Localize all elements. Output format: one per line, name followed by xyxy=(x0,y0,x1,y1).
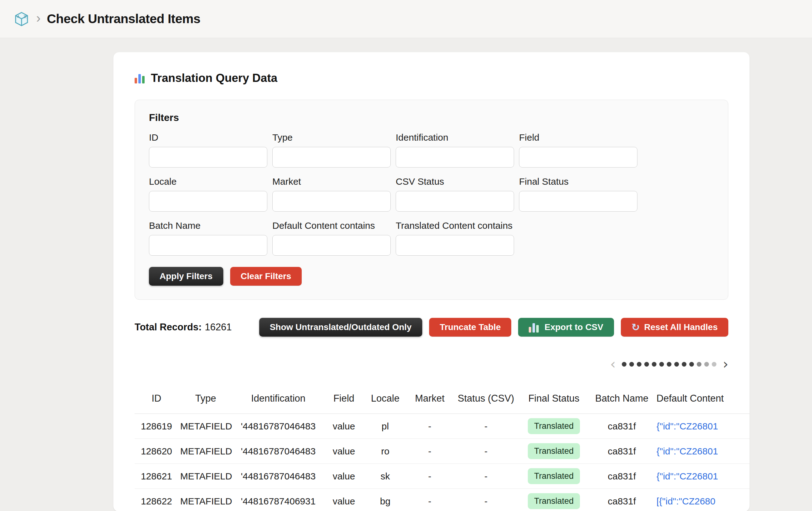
cell-market: - xyxy=(406,414,453,439)
filter-field-locale: Locale xyxy=(149,176,267,212)
status-badge: Translated xyxy=(528,418,580,434)
column-header-market: Market xyxy=(406,387,453,414)
pagination-dot-9[interactable] xyxy=(682,362,687,367)
filter-label-identification: Identification xyxy=(396,132,514,143)
column-header-final-status: Final Status xyxy=(519,387,589,414)
filter-label-default-content-contains: Default Content contains xyxy=(272,220,391,231)
cell-type: METAFIELD xyxy=(178,414,233,439)
page-title: Check Untranslated Items xyxy=(47,11,201,26)
filter-input-type[interactable] xyxy=(272,147,391,167)
cell-locale: sk xyxy=(364,464,406,489)
cell-type: METAFIELD xyxy=(178,489,233,511)
cell-field: value xyxy=(323,489,364,511)
action-buttons: Show Untranslated/Outdated Only Truncate… xyxy=(259,318,728,337)
pagination-dot-11[interactable] xyxy=(697,362,701,367)
total-records-label: Total Records: xyxy=(135,322,202,332)
export-csv-button[interactable]: Export to CSV xyxy=(518,318,614,337)
pagination-dot-10[interactable] xyxy=(689,362,694,367)
translation-query-card: Translation Query Data Filters IDTypeIde… xyxy=(113,52,750,511)
filter-input-id[interactable] xyxy=(149,147,267,167)
pagination-dot-8[interactable] xyxy=(674,362,679,367)
card-title: Translation Query Data xyxy=(135,72,750,85)
filter-field-id: ID xyxy=(149,132,267,167)
pagination-dot-1[interactable] xyxy=(622,362,627,367)
pagination-dot-7[interactable] xyxy=(667,362,671,367)
total-records: Total Records:16261 xyxy=(135,322,232,333)
truncate-table-label: Truncate Table xyxy=(440,322,501,332)
column-header-type: Type xyxy=(178,387,233,414)
cell-id: 128621 xyxy=(135,464,178,489)
pagination-prev-icon[interactable]: ‹ xyxy=(610,357,616,371)
filter-label-market: Market xyxy=(272,176,391,187)
status-badge: Translated xyxy=(528,493,580,509)
column-header-locale: Locale xyxy=(364,387,406,414)
cell-market: - xyxy=(406,489,453,511)
cell-batch-name: ca831f xyxy=(589,489,655,511)
export-csv-label: Export to CSV xyxy=(544,322,603,332)
table-row: 128622METAFIELD'44816787406931valuebg--T… xyxy=(135,489,750,511)
filters-heading: Filters xyxy=(149,112,714,124)
pagination-next-icon[interactable]: › xyxy=(723,357,728,371)
cell-batch-name: ca831f xyxy=(589,439,655,464)
pagination-dot-4[interactable] xyxy=(644,362,649,367)
default-content-link[interactable]: {"id":"CZ26801 xyxy=(657,421,718,431)
svg-text:文: 文 xyxy=(23,15,27,19)
filter-input-identification[interactable] xyxy=(396,147,514,167)
pagination-dot-13[interactable] xyxy=(712,362,717,367)
default-content-link[interactable]: {"id":"CZ26801 xyxy=(657,471,718,481)
filter-input-csv-status[interactable] xyxy=(396,191,514,212)
filter-label-field: Field xyxy=(519,132,637,143)
svg-text:A: A xyxy=(17,15,20,19)
table-row: 128620METAFIELD'44816787046483valuero--T… xyxy=(135,439,750,464)
filter-field-csv-status: CSV Status xyxy=(396,176,514,212)
cell-status-csv: - xyxy=(453,414,519,439)
summary-row: Total Records:16261 Show Untranslated/Ou… xyxy=(135,318,728,337)
cell-status-csv: - xyxy=(453,489,519,511)
filter-input-default-content-contains[interactable] xyxy=(272,235,391,255)
top-bar: A 文 › Check Untranslated Items xyxy=(0,0,812,38)
pagination-dot-2[interactable] xyxy=(629,362,634,367)
filter-field-type: Type xyxy=(272,132,391,167)
truncate-table-button[interactable]: Truncate Table xyxy=(429,318,512,337)
pagination-dot-12[interactable] xyxy=(704,362,709,367)
cell-field: value xyxy=(323,464,364,489)
default-content-link[interactable]: [{"id":"CZ2680 xyxy=(657,496,716,506)
cell-default-content: [{"id":"CZ2680 xyxy=(655,489,750,511)
app-logo-icon[interactable]: A 文 xyxy=(13,10,30,27)
clear-filters-button[interactable]: Clear Filters xyxy=(230,267,302,286)
filter-input-batch-name[interactable] xyxy=(149,235,267,255)
filters-buttons: Apply Filters Clear Filters xyxy=(149,267,714,286)
cell-id: 128620 xyxy=(135,439,178,464)
filter-input-market[interactable] xyxy=(272,191,391,212)
cell-locale: pl xyxy=(364,414,406,439)
pagination-dot-5[interactable] xyxy=(652,362,657,367)
filters-panel: Filters IDTypeIdentificationFieldLocaleM… xyxy=(135,100,728,300)
filter-label-final-status: Final Status xyxy=(519,176,637,187)
apply-filters-button[interactable]: Apply Filters xyxy=(149,267,223,286)
show-untranslated-button[interactable]: Show Untranslated/Outdated Only xyxy=(259,318,422,337)
pagination-dot-3[interactable] xyxy=(637,362,641,367)
filter-label-type: Type xyxy=(272,132,391,143)
cell-type: METAFIELD xyxy=(178,464,233,489)
default-content-link[interactable]: {"id":"CZ26801 xyxy=(657,446,718,456)
filter-input-field[interactable] xyxy=(519,147,637,167)
bar-chart-icon xyxy=(135,73,146,83)
cell-final-status: Translated xyxy=(519,464,589,489)
filter-field-final-status: Final Status xyxy=(519,176,637,212)
cell-locale: bg xyxy=(364,489,406,511)
column-header-status-csv: Status (CSV) xyxy=(453,387,519,414)
filter-input-locale[interactable] xyxy=(149,191,267,212)
filter-label-translated-content-contains: Translated Content contains xyxy=(396,220,514,231)
table-body: 128619METAFIELD'44816787046483valuepl--T… xyxy=(135,414,750,511)
export-chart-icon xyxy=(529,322,540,332)
table-head: IDTypeIdentificationFieldLocaleMarketSta… xyxy=(135,387,750,414)
main-content: Translation Query Data Filters IDTypeIde… xyxy=(0,52,812,511)
filter-input-final-status[interactable] xyxy=(519,191,637,212)
cell-status-csv: - xyxy=(453,439,519,464)
reset-arrows-icon: ↻ xyxy=(632,322,640,332)
filter-label-id: ID xyxy=(149,132,267,143)
filter-input-translated-content-contains[interactable] xyxy=(396,235,514,255)
filter-field-field: Field xyxy=(519,132,637,167)
reset-handles-button[interactable]: ↻ Reset All Handles xyxy=(621,318,728,337)
pagination-dot-6[interactable] xyxy=(659,362,664,367)
